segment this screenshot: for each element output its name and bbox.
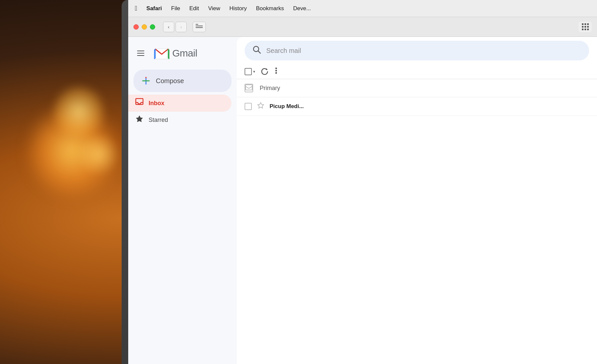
line-1: [196, 24, 198, 25]
menubar-safari[interactable]: Safari: [146, 5, 162, 12]
menubar-edit[interactable]: Edit: [189, 5, 199, 12]
more-options-button[interactable]: [275, 67, 277, 76]
search-svg-icon: [252, 45, 261, 54]
svg-point-11: [275, 72, 277, 74]
dot: [585, 26, 586, 28]
browser-chrome: ‹ ›: [128, 17, 597, 37]
starred-label: Starred: [149, 117, 168, 124]
gmail-header: Gmail: [128, 42, 237, 67]
search-placeholder-text: Search mail: [266, 47, 301, 55]
menubar-develop[interactable]: Deve...: [293, 5, 311, 12]
refresh-button[interactable]: [260, 67, 270, 76]
mail-toolbar: ▾: [237, 64, 597, 79]
dot: [587, 29, 589, 30]
gmail-main: Search mail ▾: [237, 37, 597, 364]
svg-point-9: [275, 68, 277, 69]
plus-icon: [141, 76, 151, 85]
inbox-icon: [135, 98, 144, 108]
primary-tab-row[interactable]: Primary: [237, 79, 597, 97]
email-star-icon[interactable]: [257, 102, 264, 111]
svg-point-3: [145, 77, 147, 78]
star-icon: [135, 115, 144, 125]
dot: [585, 29, 586, 30]
search-bar[interactable]: Search mail: [245, 41, 589, 60]
sidebar-item-inbox[interactable]: Inbox: [128, 95, 231, 112]
line-2: [196, 26, 203, 26]
bokeh-light-3: [79, 131, 118, 177]
gmail-logo: Gmail: [153, 45, 197, 62]
menubar-file[interactable]: File: [171, 5, 180, 12]
sidebar-item-starred[interactable]: Starred: [128, 112, 231, 128]
gmail-sidebar: Gmail Compose: [128, 37, 237, 364]
inbox-svg-icon: [135, 98, 144, 106]
compose-label: Compose: [156, 77, 184, 85]
bar-3: [137, 55, 144, 56]
gmail-m-icon: [153, 45, 170, 62]
dot: [587, 26, 589, 28]
svg-line-7: [258, 51, 260, 53]
bar-2: [137, 53, 144, 54]
email-sender: Picup Medi...: [270, 103, 304, 110]
more-icon: [275, 67, 277, 74]
primary-tab-label: Primary: [260, 85, 280, 92]
dot: [582, 23, 584, 25]
inbox-label: Inbox: [149, 100, 164, 107]
bar-1: [137, 51, 144, 51]
search-icon: [252, 45, 261, 56]
select-dropdown-arrow[interactable]: ▾: [253, 69, 255, 74]
star-svg-icon: [135, 115, 143, 123]
dot: [582, 29, 584, 30]
traffic-lights: [133, 24, 155, 30]
grid-button[interactable]: [579, 22, 592, 32]
refresh-icon: [260, 67, 270, 76]
dot: [587, 23, 589, 25]
svg-point-10: [275, 70, 277, 72]
hamburger-button[interactable]: [133, 46, 148, 60]
close-button[interactable]: [133, 24, 139, 30]
sidebar-toggle-button[interactable]: [193, 22, 206, 32]
gmail-logo-text: Gmail: [172, 48, 197, 59]
category-icon: [245, 84, 253, 92]
svg-rect-12: [246, 85, 252, 90]
dot: [585, 23, 586, 25]
email-checkbox[interactable]: [245, 103, 252, 110]
select-all-checkbox[interactable]: [245, 68, 252, 75]
menubar:  Safari File Edit View History Bookmark…: [128, 0, 597, 17]
select-all-wrap[interactable]: ▾: [245, 68, 255, 75]
forward-icon: ›: [180, 24, 182, 30]
fullscreen-button[interactable]: [150, 24, 155, 30]
primary-icon: [245, 84, 252, 92]
back-button[interactable]: ‹: [163, 22, 174, 32]
table-row[interactable]: Picup Medi...: [237, 97, 597, 116]
compose-plus-icon: [141, 76, 151, 86]
nav-buttons: ‹ ›: [163, 22, 187, 32]
menubar-view[interactable]: View: [208, 5, 220, 12]
star-empty-icon: [257, 102, 264, 109]
apple-menu[interactable]: : [135, 5, 137, 12]
screen:  Safari File Edit View History Bookmark…: [128, 0, 597, 364]
back-icon: ‹: [168, 24, 170, 30]
menubar-bookmarks[interactable]: Bookmarks: [256, 5, 284, 12]
line-3: [196, 27, 203, 28]
dot: [582, 26, 584, 28]
gmail-area: Gmail Compose: [128, 37, 597, 364]
sidebar-toggle-icon: [196, 24, 203, 30]
forward-button[interactable]: ›: [176, 22, 187, 32]
svg-marker-5: [136, 116, 143, 122]
compose-button[interactable]: Compose: [133, 70, 231, 92]
minimize-button[interactable]: [142, 24, 147, 30]
svg-marker-13: [258, 102, 264, 108]
menubar-history[interactable]: History: [229, 5, 247, 12]
email-list: Primary Picup Medi...: [237, 79, 597, 364]
grid-icon: [582, 23, 589, 30]
